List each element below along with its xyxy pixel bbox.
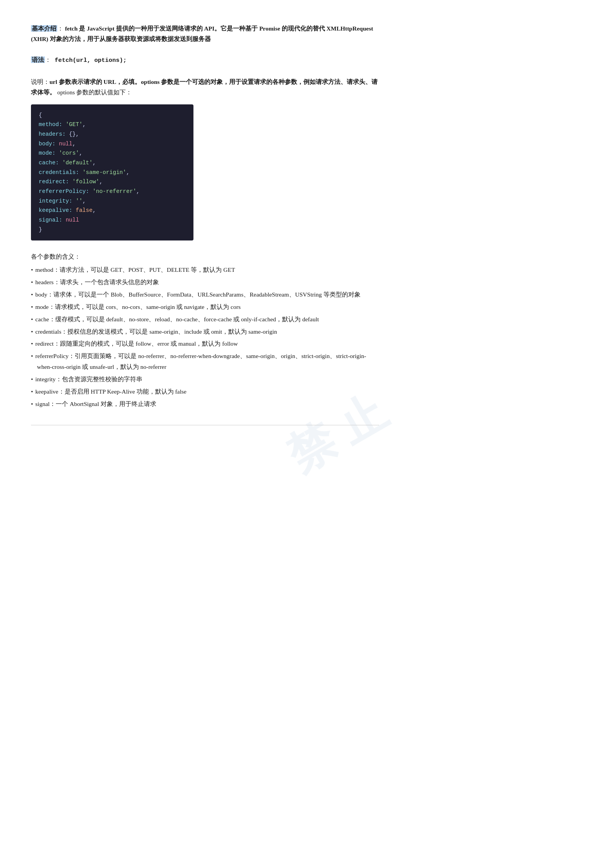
code-line-integrity: integrity: '', xyxy=(39,196,186,206)
intro-label: 基本介绍 xyxy=(31,25,57,32)
code-line-credentials: credentials: 'same-origin', xyxy=(39,168,186,177)
code-line-referrerpolicy: referrerPolicy: 'no-referrer', xyxy=(39,187,186,196)
code-line-mode: mode: 'cors', xyxy=(39,148,186,158)
desc-url: url 参数表示请求的 URL，必填。 xyxy=(50,78,141,85)
code-line-keepalive: keepalive: false, xyxy=(39,206,186,215)
param-name-method: method： xyxy=(35,266,60,273)
section-desc: 说明：url 参数表示请求的 URL，必填。options 参数是一个可选的对象… xyxy=(31,77,379,97)
param-name-integrity: integrity： xyxy=(35,376,62,382)
code-block: { method: 'GET', headers: {}, body: null… xyxy=(31,104,193,240)
main-content: 基本介绍： fetch 是 JavaScript 提供的一种用于发送网络请求的 … xyxy=(31,23,379,425)
section-intro: 基本介绍： fetch 是 JavaScript 提供的一种用于发送网络请求的 … xyxy=(31,23,379,44)
section-params: 各个参数的含义： • method：请求方法，可以是 GET、POST、PUT、… xyxy=(31,251,379,409)
code-line-redirect: redirect: 'follow', xyxy=(39,177,186,187)
param-name-mode: mode： xyxy=(35,304,55,310)
param-name-keepalive: keepalive： xyxy=(35,388,64,395)
code-line-close: } xyxy=(39,225,186,235)
syntax-colon: ： xyxy=(45,56,51,63)
desc-paragraph: 说明：url 参数表示请求的 URL，必填。options 参数是一个可选的对象… xyxy=(31,77,379,97)
code-line-signal: signal: null xyxy=(39,215,186,225)
bullet: • xyxy=(31,316,33,322)
param-headers: • headers：请求头，一个包含请求头信息的对象 xyxy=(31,277,379,288)
bullet: • xyxy=(31,266,33,273)
intro-bold1: fetch 是 JavaScript 提供的一种用于发送网络请求的 API。它是… xyxy=(31,25,373,42)
bullet: • xyxy=(31,279,33,285)
param-referrerpolicy: • referrerPolicy：引用页面策略，可以是 no-referrer、… xyxy=(31,351,379,372)
code-line-cache: cache: 'default', xyxy=(39,158,186,168)
param-integrity: • integrity：包含资源完整性校验的字符串 xyxy=(31,374,379,385)
param-name-body: body： xyxy=(35,291,53,298)
syntax-line: 语法： fetch(url, options); xyxy=(31,55,379,65)
bullet: • xyxy=(31,291,33,298)
syntax-code: fetch(url, options); xyxy=(51,57,127,64)
param-name-referrerpolicy: referrerPolicy： xyxy=(35,353,75,359)
bullet: • xyxy=(31,388,33,395)
param-method: • method：请求方法，可以是 GET、POST、PUT、DELETE 等，… xyxy=(31,264,379,275)
param-credentials: • credentials：授权信息的发送模式，可以是 same-origin、… xyxy=(31,326,379,337)
intro-colon: ： xyxy=(57,25,63,32)
bullet: • xyxy=(31,401,33,407)
bullet: • xyxy=(31,328,33,335)
bullet: • xyxy=(31,340,33,347)
divider xyxy=(31,425,379,425)
syntax-label: 语法 xyxy=(31,56,45,63)
code-line-body: body: null, xyxy=(39,139,186,149)
param-name-cache: cache： xyxy=(35,316,55,322)
param-body: • body：请求体，可以是一个 Blob、BufferSource、FormD… xyxy=(31,289,379,300)
param-redirect: • redirect：跟随重定向的模式，可以是 follow、error 或 m… xyxy=(31,338,379,349)
param-cache: • cache：缓存模式，可以是 default、no-store、reload… xyxy=(31,314,379,325)
code-line-headers: headers: {}, xyxy=(39,130,186,139)
bullet: • xyxy=(31,304,33,310)
param-name-signal: signal： xyxy=(35,401,56,407)
bullet: • xyxy=(31,376,33,382)
code-line-open: { xyxy=(39,111,186,120)
param-signal: • signal：一个 AbortSignal 对象，用于终止请求 xyxy=(31,399,379,409)
params-title: 各个参数的含义： xyxy=(31,251,379,262)
param-name-headers: headers： xyxy=(35,279,60,285)
bullet: • xyxy=(31,353,33,359)
param-mode: • mode：请求模式，可以是 cors、no-cors、same-origin… xyxy=(31,302,379,312)
section-syntax: 语法： fetch(url, options); xyxy=(31,55,379,65)
intro-paragraph: 基本介绍： fetch 是 JavaScript 提供的一种用于发送网络请求的 … xyxy=(31,23,379,44)
code-line-method: method: 'GET', xyxy=(39,120,186,130)
param-name-redirect: redirect： xyxy=(35,340,60,347)
param-keepalive: • keepalive：是否启用 HTTP Keep-Alive 功能，默认为 … xyxy=(31,386,379,397)
param-name-credentials: credentials： xyxy=(35,328,67,335)
